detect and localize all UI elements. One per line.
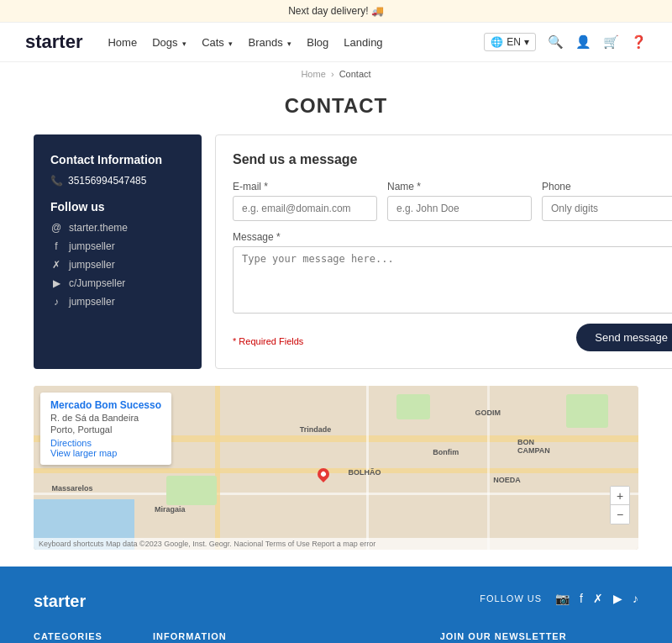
newsletter-title: JOIN OUR NEWSLETTER [440, 631, 638, 641]
contact-form: Send us a message E-mail * Name * Phone … [215, 134, 672, 369]
send-message-button[interactable]: Send message [576, 324, 672, 351]
zoom-in-button[interactable]: + [611, 487, 629, 505]
header-right: 🌐 EN ▾ 🔍 👤 🛒 ❓ [484, 33, 647, 51]
chevron-down-icon: ▾ [228, 40, 233, 48]
footer-categories: CATEGORIES Home Cats Dogs Fish Birds [34, 631, 102, 643]
social-tiktok[interactable]: ♪ jumpseller [50, 296, 185, 308]
footer-newsletter: JOIN OUR NEWSLETTER Subscribe [440, 631, 638, 643]
nav-brands[interactable]: Brands ▾ [248, 36, 291, 49]
map-label-bolhao: BOLHÃO [348, 468, 381, 477]
email-label: E-mail * [233, 181, 377, 192]
footer-logo[interactable]: starter [34, 592, 86, 611]
cart-icon[interactable]: 🛒 [603, 34, 619, 50]
social-label: starter.theme [69, 222, 128, 234]
categories-title: CATEGORIES [34, 631, 102, 641]
map-label-godim: GODIM [475, 408, 501, 417]
required-note: * Required Fields [233, 336, 303, 346]
instagram-icon[interactable]: 📷 [555, 592, 570, 605]
tiktok-icon: ♪ [50, 296, 62, 308]
phone-field[interactable] [542, 196, 672, 221]
name-group: Name * [387, 181, 532, 221]
phone-icon: 📞 [50, 175, 63, 187]
header: starter Home Dogs ▾ Cats ▾ Brands ▾ Blog… [0, 23, 672, 62]
map-attribution: Keyboard shortcuts Map data ©2023 Google… [34, 538, 638, 550]
youtube-icon[interactable]: ▶ [613, 592, 622, 605]
form-row-1: E-mail * Name * Phone [233, 181, 672, 221]
social-label: c/Jumpseller [69, 277, 125, 289]
follow-us-label: FOLLOW US [480, 593, 542, 603]
map-label-noeda: NOEDA [493, 476, 521, 484]
user-icon[interactable]: 👤 [575, 34, 591, 50]
chevron-down-icon: ▾ [287, 40, 291, 48]
map-zoom-controls: + − [610, 486, 630, 524]
social-label: jumpseller [69, 296, 115, 308]
nav-home[interactable]: Home [108, 36, 137, 49]
help-icon[interactable]: ❓ [631, 34, 647, 50]
footer-top: starter FOLLOW US 📷 f ✗ ▶ ♪ [34, 592, 638, 611]
language-selector[interactable]: 🌐 EN ▾ [484, 33, 536, 51]
twitter-icon: ✗ [50, 259, 62, 271]
message-field[interactable] [233, 246, 672, 314]
map-label-bom-campano: BONCAMPAN [517, 438, 550, 455]
contact-info-title: Contact Information [50, 153, 185, 166]
instagram-icon: @ [50, 222, 62, 234]
footer-information: INFORMATION About Us Landing FAQ Terms A… [153, 631, 251, 643]
footer-social: FOLLOW US 📷 f ✗ ▶ ♪ [480, 592, 638, 605]
social-label: jumpseller [69, 240, 115, 252]
message-group: Message * [233, 231, 672, 314]
map-section: Massarelos Bonfim BOLHÃO Miragaia NOEDA … [0, 386, 672, 567]
contact-info-box: Contact Information 📞 35156994547485 Fol… [34, 134, 202, 369]
search-icon[interactable]: 🔍 [548, 34, 564, 50]
message-label: Message * [233, 231, 672, 243]
map-address-line1: R. de Sá da Bandeira [50, 413, 161, 423]
business-name: Mercado Bom Sucesso [50, 399, 161, 411]
larger-map-link[interactable]: View larger map [50, 448, 161, 458]
map-label-miragaia: Miragaia [155, 505, 186, 514]
phone-number: 35156994547485 [68, 175, 146, 187]
nav-cats[interactable]: Cats ▾ [202, 36, 233, 49]
breadcrumb-current: Contact [339, 69, 371, 79]
logo[interactable]: starter [25, 31, 82, 53]
social-instagram[interactable]: @ starter.theme [50, 222, 185, 234]
footer-columns: CATEGORIES Home Cats Dogs Fish Birds INF… [34, 631, 638, 643]
tiktok-icon[interactable]: ♪ [633, 592, 638, 605]
main-content: Contact Information 📞 35156994547485 Fol… [0, 134, 672, 386]
nav-landing[interactable]: Landing [344, 36, 382, 49]
map-address-line2: Porto, Portugal [50, 424, 161, 435]
email-field[interactable] [233, 196, 377, 221]
follow-us-title: Follow us [50, 200, 185, 213]
contact-phone: 📞 35156994547485 [50, 175, 185, 187]
map-container[interactable]: Massarelos Bonfim BOLHÃO Miragaia NOEDA … [34, 386, 638, 550]
chevron-down-icon: ▾ [524, 36, 529, 48]
page-title: CONTACT [0, 94, 672, 118]
facebook-icon: f [50, 240, 62, 252]
social-facebook[interactable]: f jumpseller [50, 240, 185, 252]
nav-blog[interactable]: Blog [307, 36, 328, 49]
name-field[interactable] [387, 196, 532, 221]
breadcrumb-home[interactable]: Home [301, 69, 325, 79]
youtube-icon: ▶ [50, 277, 62, 289]
email-group: E-mail * [233, 181, 377, 221]
map-label-massarelos: Massarelos [52, 484, 93, 493]
main-nav: Home Dogs ▾ Cats ▾ Brands ▾ Blog Landing [108, 36, 484, 49]
footer: starter FOLLOW US 📷 f ✗ ▶ ♪ CATEGORIES H… [0, 567, 672, 643]
social-youtube[interactable]: ▶ c/Jumpseller [50, 277, 185, 289]
social-label: jumpseller [69, 259, 115, 271]
chevron-down-icon: ▾ [182, 40, 186, 48]
zoom-out-button[interactable]: − [611, 505, 629, 524]
nav-dogs[interactable]: Dogs ▾ [152, 36, 186, 49]
social-twitter[interactable]: ✗ jumpseller [50, 259, 185, 271]
globe-icon: 🌐 [491, 36, 503, 48]
form-footer: * Required Fields Send message [233, 324, 672, 351]
name-label: Name * [387, 181, 532, 192]
top-banner: Next day delivery! 🚚 [0, 0, 672, 23]
form-title: Send us a message [233, 152, 672, 167]
phone-label: Phone [542, 181, 672, 192]
twitter-icon[interactable]: ✗ [593, 592, 603, 605]
map-label-trindade: Trindade [300, 425, 332, 434]
lang-label: EN [507, 36, 521, 48]
facebook-icon[interactable]: f [580, 592, 583, 605]
information-title: INFORMATION [153, 631, 251, 641]
directions-link[interactable]: Directions [50, 438, 161, 448]
banner-text: Next day delivery! 🚚 [288, 5, 384, 17]
